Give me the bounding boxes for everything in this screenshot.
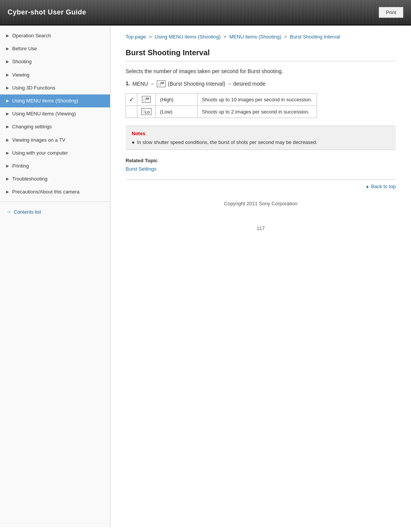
page-title: Burst Shooting Interval: [126, 48, 396, 61]
description: Selects the number of images taken per s…: [126, 68, 396, 74]
hi-burst-icon: □HI: [142, 96, 151, 103]
sidebar-arrow-icon: ▶: [6, 137, 9, 143]
sidebar-arrow-icon: ▶: [6, 124, 9, 129]
contents-link-label: Contents list: [14, 209, 41, 215]
step-arrow-1: →: [150, 81, 155, 86]
copyright: Copyright 2011 Sony Corporation: [224, 201, 298, 206]
sidebar-arrow-icon: ▶: [6, 72, 9, 78]
sidebar-item-label: Viewing: [12, 72, 29, 78]
lo-burst-icon: □LO: [141, 108, 151, 115]
sidebar-item-label: Using with your computer: [12, 150, 68, 157]
breadcrumb-sep-3: >: [284, 34, 288, 40]
page-header: Cyber-shot User Guide Print: [0, 0, 411, 26]
sidebar-item-label: Using MENU items (Viewing): [12, 110, 76, 117]
lo-desc-cell: Shoots up to 2 images per second in succ…: [197, 105, 317, 118]
sidebar-arrow-icon: ▶: [6, 176, 9, 182]
step-arrow-2: →: [227, 81, 232, 86]
sidebar-item-label: Using 3D Functions: [12, 85, 55, 91]
print-button[interactable]: Print: [379, 7, 403, 18]
sidebar-arrow-icon: ▶: [6, 98, 9, 104]
hi-label-cell: (High): [155, 93, 197, 105]
notes-box: Notes ● In slow shutter speed conditions…: [126, 126, 396, 150]
burst-hi-icon: □HI: [157, 80, 166, 87]
sidebar-arrow-icon: ▶: [6, 33, 9, 38]
breadcrumb-using-menu-shooting[interactable]: Using MENU items (Shooting): [155, 34, 220, 40]
notes-text: In slow shutter speed conditions, the bu…: [137, 139, 317, 145]
step-content: MENU → □HI (Burst Shooting Interval) → d…: [132, 80, 266, 87]
step-number: 1.: [126, 80, 130, 86]
sidebar-arrow-icon: ▶: [6, 163, 9, 169]
step-menu-text: MENU: [132, 81, 148, 87]
contents-list-link[interactable]: →Contents list: [0, 205, 110, 219]
check-icon-cell: ✓: [126, 93, 137, 105]
sidebar-arrow-icon: ▶: [6, 189, 9, 195]
footer: Copyright 2011 Sony Corporation: [126, 197, 396, 218]
sidebar-item-3[interactable]: ▶Viewing: [0, 69, 110, 81]
sidebar: ▶Operation Search▶Before Use▶Shooting▶Vi…: [0, 26, 110, 527]
sidebar-item-7[interactable]: ▶Changing settings: [0, 120, 110, 133]
lo-icon-cell: □LO: [137, 105, 156, 118]
sidebar-divider: [0, 201, 110, 202]
sidebar-item-label: Troubleshooting: [12, 176, 48, 182]
back-to-top-label: Back to top: [371, 184, 396, 189]
sidebar-item-label: Shooting: [12, 58, 32, 65]
sidebar-item-label: Printing: [12, 163, 29, 169]
sidebar-item-12[interactable]: ▶Precautions/About this camera: [0, 185, 110, 198]
sidebar-item-label: Operation Search: [12, 32, 51, 39]
sidebar-item-10[interactable]: ▶Printing: [0, 160, 110, 173]
sidebar-arrow-icon: ▶: [6, 59, 9, 64]
app-title: Cyber-shot User Guide: [8, 8, 86, 16]
breadcrumb-burst-shooting-interval[interactable]: Burst Shooting Interval: [290, 34, 340, 40]
sidebar-item-6[interactable]: ▶Using MENU items (Viewing): [0, 107, 110, 120]
burst-table-body: ✓ □HI (High) Shoots up to 10 images per …: [126, 93, 317, 118]
sidebar-arrow-icon: ▶: [6, 46, 9, 51]
breadcrumb-top[interactable]: Top page: [126, 34, 146, 40]
related-section: Related Topic Burst Settings: [126, 158, 396, 172]
related-title: Related Topic: [126, 158, 396, 163]
sidebar-item-label: Using MENU items (Shooting): [12, 97, 78, 104]
sidebar-item-8[interactable]: ▶Viewing images on a TV: [0, 134, 110, 147]
sidebar-item-2[interactable]: ▶Shooting: [0, 55, 110, 68]
sidebar-arrow-icon: ▶: [6, 150, 9, 156]
notes-title: Notes: [132, 131, 390, 136]
breadcrumb-menu-items-shooting[interactable]: MENU items (Shooting): [229, 34, 282, 40]
burst-table: ✓ □HI (High) Shoots up to 10 images per …: [126, 93, 317, 118]
sidebar-item-label: Precautions/About this camera: [12, 189, 80, 195]
main-layout: ▶Operation Search▶Before Use▶Shooting▶Vi…: [0, 26, 411, 527]
table-row: □LO (Low) Shoots up to 2 images per seco…: [126, 105, 317, 118]
table-row: ✓ □HI (High) Shoots up to 10 images per …: [126, 93, 317, 105]
sidebar-item-9[interactable]: ▶Using with your computer: [0, 147, 110, 160]
sidebar-item-4[interactable]: ▶Using 3D Functions: [0, 81, 110, 94]
sidebar-arrow-icon: ▶: [6, 111, 9, 117]
step-suffix: desired mode: [233, 81, 266, 87]
sidebar-item-0[interactable]: ▶Operation Search: [0, 29, 110, 42]
back-to-top-link[interactable]: ▲ Back to top: [365, 184, 396, 189]
sidebar-item-label: Changing settings: [12, 123, 52, 130]
step-1: 1. MENU → □HI (Burst Shooting Interval) …: [126, 80, 396, 87]
sidebar-item-11[interactable]: ▶Troubleshooting: [0, 173, 110, 185]
breadcrumb: Top page > Using MENU items (Shooting) >…: [126, 33, 396, 41]
hi-icon-cell: □HI: [137, 93, 156, 105]
lo-label-cell: (Low): [155, 105, 197, 118]
sidebar-arrow-icon: ▶: [6, 85, 9, 91]
main-content: Top page > Using MENU items (Shooting) >…: [110, 26, 411, 527]
sidebar-item-label: Before Use: [12, 45, 37, 52]
breadcrumb-sep-1: >: [149, 34, 153, 40]
sidebar-item-label: Viewing images on a TV: [12, 137, 65, 144]
breadcrumb-sep-2: >: [223, 34, 228, 40]
back-to-top-row: ▲ Back to top: [126, 179, 396, 189]
step-icon-label: (Burst Shooting Interval): [168, 81, 225, 87]
lo-check-cell: [126, 105, 137, 118]
hi-desc-cell: Shoots up to 10 images per second in suc…: [197, 93, 317, 105]
notes-bullet: ●: [132, 139, 135, 145]
notes-item: ● In slow shutter speed conditions, the …: [132, 139, 390, 145]
contents-arrow-icon: →: [6, 209, 11, 215]
sidebar-item-1[interactable]: ▶Before Use: [0, 42, 110, 55]
page-number: 117: [126, 225, 396, 231]
check-icon: ✓: [129, 96, 134, 103]
sidebar-item-5[interactable]: ▶Using MENU items (Shooting): [0, 94, 110, 107]
back-to-top-icon: ▲: [365, 184, 370, 189]
burst-settings-link[interactable]: Burst Settings: [126, 166, 156, 172]
